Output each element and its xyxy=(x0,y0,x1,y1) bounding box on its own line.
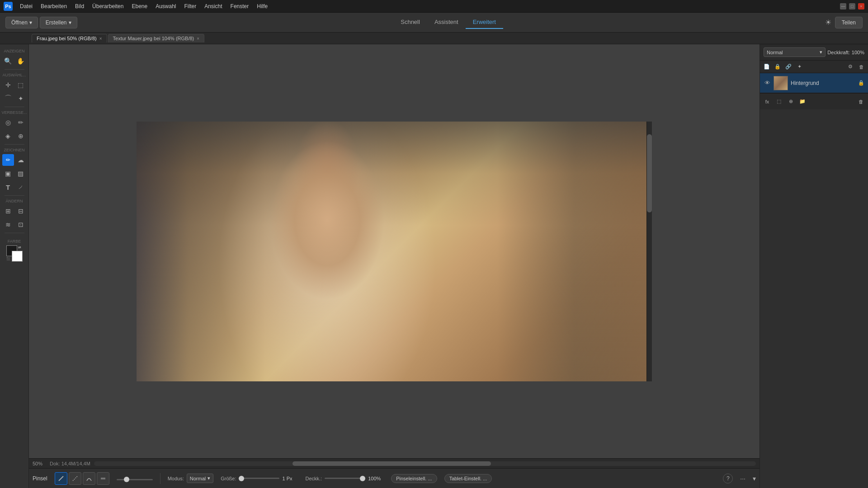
window-controls: — □ × xyxy=(840,3,864,9)
canvas-wrapper[interactable] xyxy=(29,44,760,458)
brush-preset-4[interactable] xyxy=(97,472,109,485)
layer-style-icon[interactable]: ✦ xyxy=(794,62,804,72)
layer-group-button[interactable]: 📁 xyxy=(797,96,808,107)
clone-stamp-tool[interactable]: ◈ xyxy=(2,130,14,142)
menu-datei[interactable]: Datei xyxy=(16,2,36,11)
transform-tool[interactable]: ⊟ xyxy=(15,205,27,217)
mode-tabs: Schnell Assistent Erweitert xyxy=(393,16,503,29)
layers-mode-dropdown-icon: ▾ xyxy=(820,49,822,55)
theme-toggle-icon[interactable]: ☀ xyxy=(825,18,831,27)
swap-colors-icon[interactable]: ⇄ xyxy=(18,245,23,250)
anzeigen-label: ANZEIGEN xyxy=(0,47,28,54)
lasso-tool[interactable]: ⌒ xyxy=(2,93,14,104)
tablet-settings-button[interactable]: Tablet-Einstell. ... xyxy=(444,474,492,483)
menu-filter[interactable]: Filter xyxy=(181,2,200,11)
tab-frau-close[interactable]: × xyxy=(99,36,102,41)
minimize-button[interactable]: — xyxy=(840,3,846,9)
delete-layer-icon[interactable]: 🗑 xyxy=(856,62,866,72)
left-toolbar: ANZEIGEN 🔍 ✋ AUSWÄHL... ✛ ⬚ ⌒ ✦ VERBESSE… xyxy=(0,44,29,488)
menu-ueberarbeiten[interactable]: Überarbeiten xyxy=(89,2,127,11)
tab-textur[interactable]: Textur Mauer.jpeg bei 104% (RGB/8) × xyxy=(108,34,205,42)
background-color[interactable] xyxy=(12,251,23,262)
tab-assistent[interactable]: Assistent xyxy=(427,16,466,29)
link-layers-icon[interactable]: 🔗 xyxy=(783,62,793,72)
brush-size-slider[interactable] xyxy=(117,479,153,480)
zoom-level: 50% xyxy=(33,461,46,466)
file-actions: Öffnen ▾ Erstellen ▾ xyxy=(5,17,77,28)
color-section: FARBE ⇄ ⬛ xyxy=(4,235,25,264)
layers-opacity-group: Deckkraft: 100% xyxy=(827,50,864,55)
opacity-value-layers: 100% xyxy=(852,50,864,55)
liquify-tool[interactable]: ≋ xyxy=(2,219,14,230)
layer-hintergrund[interactable]: 👁 Hintergrund 🔒 xyxy=(760,73,868,93)
pen-tool[interactable]: ⟋ xyxy=(15,181,27,193)
fill-tool[interactable]: ▣ xyxy=(2,168,14,179)
layer-fx-button[interactable]: fx xyxy=(762,96,773,107)
magic-wand-tool[interactable]: ✦ xyxy=(15,93,27,104)
menu-ansicht[interactable]: Ansicht xyxy=(201,2,226,11)
zoom-tool[interactable]: 🔍 xyxy=(2,55,14,67)
brush-presets xyxy=(55,472,109,485)
move-tool[interactable]: ✛ xyxy=(2,79,14,91)
tab-textur-close[interactable]: × xyxy=(197,36,199,41)
maximize-button[interactable]: □ xyxy=(849,3,855,9)
open-button[interactable]: Öffnen ▾ xyxy=(5,17,38,28)
brush-preset-2[interactable] xyxy=(69,472,81,485)
scrollbar-horizontal[interactable] xyxy=(94,461,756,466)
close-button[interactable]: × xyxy=(858,3,864,9)
open-dropdown-icon: ▾ xyxy=(29,19,32,26)
tab-frau[interactable]: Frau.jpeg bei 50% (RGB/8) × xyxy=(32,34,107,42)
right-panel: Normal ▾ Deckkraft: 100% 📄 🔒 🔗 ✦ ⚙ 🗑 👁 H xyxy=(760,44,868,488)
scrollbar-vertical[interactable] xyxy=(646,122,652,381)
layers-mode-select[interactable]: Normal ▾ xyxy=(764,47,826,57)
share-button[interactable]: Teilen xyxy=(835,17,863,28)
aendern-tools-row2: ≋ ⊡ xyxy=(0,218,28,231)
menu-hilfe[interactable]: Hilfe xyxy=(253,2,271,11)
brush-heal-tool[interactable]: ✏ xyxy=(15,117,27,128)
layer-thumbnail xyxy=(774,76,788,90)
create-button[interactable]: Erstellen ▾ xyxy=(40,17,77,28)
brush-preset-1[interactable] xyxy=(55,472,67,485)
tab-erweitert[interactable]: Erweitert xyxy=(466,16,503,29)
text-tool[interactable]: T xyxy=(2,181,14,193)
menu-ebene[interactable]: Ebene xyxy=(128,2,151,11)
shape-tool[interactable]: ▨ xyxy=(15,168,27,179)
marquee-tool[interactable]: ⬚ xyxy=(15,79,27,91)
brush-settings-button[interactable]: Pinseleinstell. ... xyxy=(391,474,437,483)
smudge-tool[interactable]: ☁ xyxy=(15,154,27,166)
menu-bild[interactable]: Bild xyxy=(71,2,88,11)
new-layer-icon[interactable]: 📄 xyxy=(762,62,772,72)
size-slider[interactable] xyxy=(239,478,279,479)
menu-bearbeiten[interactable]: Bearbeiten xyxy=(37,2,71,11)
spot-heal-tool[interactable]: ◎ xyxy=(2,117,14,128)
size-group: Größe: 1 Px xyxy=(221,476,298,481)
expand-icon[interactable]: ▾ xyxy=(753,475,756,482)
more-options-icon[interactable]: ··· xyxy=(740,475,745,482)
help-button[interactable]: ? xyxy=(723,474,733,483)
pencil-tool[interactable]: ✏ xyxy=(2,154,14,166)
layers-header: Normal ▾ Deckkraft: 100% xyxy=(760,44,868,61)
layer-mask-button[interactable]: ⬚ xyxy=(774,96,784,107)
opacity-value: 100% xyxy=(368,476,384,481)
layer-adjustment-button[interactable]: ⊕ xyxy=(785,96,796,107)
zeichnen-label: ZEICHNEN xyxy=(0,146,28,153)
canvas-image[interactable] xyxy=(137,122,652,381)
auswahl-tools-row2: ⌒ ✦ xyxy=(0,92,28,105)
layer-visibility-icon[interactable]: 👁 xyxy=(764,80,771,87)
brush-preset-3[interactable] xyxy=(83,472,95,485)
crop-tool[interactable]: ⊞ xyxy=(2,205,14,217)
mode-select[interactable]: Normal ▾ xyxy=(187,474,213,483)
delete-layer-bottom-button[interactable]: 🗑 xyxy=(855,96,866,107)
menu-fenster[interactable]: Fenster xyxy=(227,2,253,11)
smart-object-tool[interactable]: ⊡ xyxy=(15,219,27,230)
healing-tool[interactable]: ⊕ xyxy=(15,130,27,142)
hand-tool[interactable]: ✋ xyxy=(15,55,27,67)
doc-info: Dok: 14,4M/14,4M xyxy=(50,461,90,466)
lock-layer-icon[interactable]: 🔒 xyxy=(773,62,783,72)
reset-colors-icon[interactable]: ⬛ xyxy=(6,257,11,262)
menu-auswahl[interactable]: Auswahl xyxy=(152,2,179,11)
opacity-slider[interactable] xyxy=(325,478,365,479)
tab-schnell[interactable]: Schnell xyxy=(393,16,427,29)
panel-settings-icon[interactable]: ⚙ xyxy=(845,62,855,72)
top-right-icons: ☀ Teilen xyxy=(825,17,863,28)
